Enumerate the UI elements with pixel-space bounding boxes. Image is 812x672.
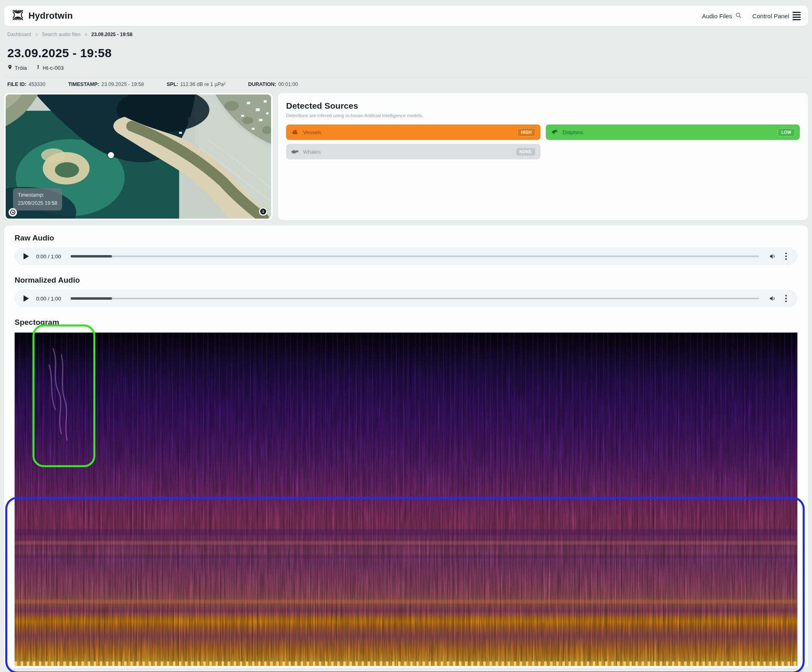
meta-spl-label: SPL:: [167, 82, 178, 87]
map-recenter-button[interactable]: [9, 208, 17, 217]
source-label: Whales: [303, 149, 321, 155]
spectrogram-band: [15, 599, 797, 603]
breadcrumb-dashboard[interactable]: Dashboard: [7, 32, 31, 37]
meta-duration: DURATION:00:01:00: [248, 82, 298, 87]
normalized-audio-title: Normalized Audio: [15, 276, 797, 285]
meta-spl: SPL:112.36 dB re 1 µPa²: [167, 82, 226, 87]
dolphin-whistle-traces: [37, 341, 94, 454]
map-card: Timestamp: 23/09/2025 19:58 i: [4, 93, 273, 220]
map-timestamp-chip: Timestamp: 23/09/2025 19:58: [13, 188, 62, 210]
time-display: 0:00 / 1:00: [36, 296, 61, 302]
source-row-whales: Whales NONE: [286, 144, 541, 159]
kebab-menu-icon[interactable]: [784, 253, 788, 260]
page-title: 23.09.2025 - 19:58: [4, 37, 808, 60]
info-cards-row: Timestamp: 23/09/2025 19:58 i Detected S…: [4, 92, 808, 220]
location-row: Tróia Ht-c-003: [4, 60, 808, 77]
nav-audio-files-label: Audio Files: [702, 13, 732, 19]
map-timestamp-value: 23/09/2025 19:58: [18, 200, 57, 207]
breadcrumb-search-audio-files[interactable]: Search audio files: [42, 32, 80, 37]
satellite-map[interactable]: Timestamp: 23/09/2025 19:58 i: [6, 94, 271, 219]
play-icon[interactable]: [24, 295, 29, 302]
raw-audio-player: 0:00 / 1:00: [15, 247, 797, 265]
source-label: Dolphins: [563, 129, 584, 135]
raw-audio-title: Raw Audio: [15, 234, 797, 243]
breadcrumb: Dashboard > Search audio files > 23.09.2…: [4, 26, 808, 37]
source-row-vessels: Vessels HIGH: [286, 125, 541, 140]
source-row-dolphins: Dolphins LOW: [546, 125, 800, 140]
meta-timestamp: TIMESTAMP:23.09.2025 - 19:58: [68, 82, 144, 87]
seek-slider[interactable]: [71, 255, 759, 257]
breadcrumb-current: 23.09.2025 - 19:58: [91, 32, 132, 37]
device-label: Ht-c-003: [43, 65, 64, 71]
detected-sources-grid: Vessels HIGH Dolphins LOW Whales NONE: [286, 125, 800, 159]
play-icon[interactable]: [24, 253, 29, 260]
file-meta-row: FILE ID:453330 TIMESTAMP:23.09.2025 - 19…: [4, 77, 808, 92]
seek-progress: [71, 297, 112, 300]
page: Hydrotwin Audio Files Control Panel Dash…: [0, 0, 812, 668]
normalized-audio-player: 0:00 / 1:00: [15, 290, 797, 307]
info-icon: i: [260, 208, 266, 215]
nav-audio-files[interactable]: Audio Files: [702, 12, 742, 20]
meta-duration-value: 00:01:00: [278, 82, 298, 87]
brand[interactable]: Hydrotwin: [11, 9, 73, 23]
nav-control-panel-label: Control Panel: [752, 13, 789, 19]
kebab-menu-icon[interactable]: [784, 295, 788, 302]
detected-sources-subtitle: Detections are infered using in-house Ar…: [286, 113, 800, 118]
volume-icon[interactable]: [769, 253, 776, 260]
source-level-badge: NONE: [516, 148, 536, 156]
location-item: Tróia: [7, 64, 27, 71]
spectrogram-title: Spectogram: [15, 318, 797, 327]
whale-icon: [291, 147, 299, 156]
source-level-badge: HIGH: [517, 128, 536, 137]
time-display: 0:00 / 1:00: [36, 253, 61, 260]
device-icon: [36, 64, 41, 71]
spectrogram-noise: [15, 333, 797, 666]
meta-file-id: FILE ID:453330: [7, 82, 45, 87]
brand-name: Hydrotwin: [28, 11, 73, 21]
nav-control-panel[interactable]: Control Panel: [752, 12, 801, 20]
detected-sources-card: Detected Sources Detections are infered …: [278, 93, 808, 220]
device-item: Ht-c-003: [36, 64, 64, 71]
seek-slider[interactable]: [71, 298, 759, 299]
meta-file-id-label: FILE ID:: [7, 82, 26, 87]
spectrogram-bottom-band: [15, 661, 797, 666]
meta-spl-value: 112.36 dB re 1 µPa²: [180, 82, 225, 87]
map-marker[interactable]: [108, 152, 114, 158]
dolphin-icon: [551, 128, 558, 137]
location-label: Tróia: [15, 65, 27, 71]
location-pin-icon: [7, 64, 13, 71]
hydrotwin-logo-icon: [11, 9, 24, 23]
menu-icon[interactable]: [793, 12, 801, 20]
volume-icon[interactable]: [769, 295, 776, 302]
source-level-badge: LOW: [778, 128, 795, 137]
vessel-icon: [291, 128, 299, 137]
detected-sources-title: Detected Sources: [286, 101, 800, 111]
meta-timestamp-value: 23.09.2025 - 19:58: [101, 82, 144, 87]
seek-progress: [71, 255, 112, 258]
chevron-right-icon: >: [35, 32, 38, 37]
meta-duration-label: DURATION:: [248, 82, 276, 87]
source-label: Vessels: [303, 129, 321, 135]
top-navbar: Hydrotwin Audio Files Control Panel: [4, 6, 808, 26]
spectrogram-area: [15, 333, 797, 666]
chevron-right-icon: >: [85, 32, 87, 37]
top-nav-links: Audio Files Control Panel: [702, 12, 801, 20]
spectrogram-band: [15, 554, 797, 558]
spectrogram-band: [15, 529, 797, 535]
map-timestamp-label: Timestamp:: [18, 191, 57, 199]
map-info-button[interactable]: i: [259, 207, 267, 216]
meta-timestamp-label: TIMESTAMP:: [68, 82, 99, 87]
compass-icon: [10, 210, 15, 215]
audio-card: Raw Audio 0:00 / 1:00 Normalized Audio 0…: [4, 225, 808, 668]
search-icon[interactable]: [735, 12, 742, 20]
spectrogram-image: [15, 333, 797, 666]
meta-file-id-value: 453330: [28, 82, 45, 87]
spectrogram-band: [15, 541, 797, 545]
